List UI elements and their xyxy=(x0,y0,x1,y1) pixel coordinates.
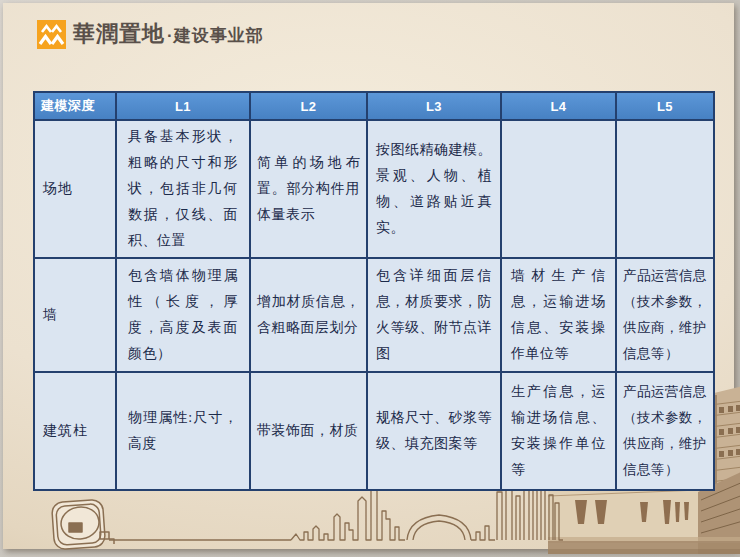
table-cell xyxy=(616,120,714,258)
table-cell: 带装饰面，材质 xyxy=(250,372,367,490)
table-cell: 按图纸精确建模。景观、人物、植物、道路贴近真实。 xyxy=(367,120,501,258)
tape-measure-icon xyxy=(51,499,114,549)
table-cell: 简单的场地布置。部分构件用体量表示 xyxy=(250,120,367,258)
modeling-depth-table: 建模深度 L1 L2 L3 L4 L5 场地 具备基本形状，粗略的尺寸和形状，包… xyxy=(33,91,715,491)
brand-header: 華潤置地·建设事业部 xyxy=(37,18,264,50)
column-header-l1: L1 xyxy=(116,92,250,120)
row-header-wall: 墙 xyxy=(34,258,116,372)
table-header-row: 建模深度 L1 L2 L3 L4 L5 xyxy=(34,92,714,120)
table-cell xyxy=(501,120,616,258)
column-header-l3: L3 xyxy=(367,92,501,120)
column-header-l4: L4 xyxy=(501,92,616,120)
division-name: ·建设事业部 xyxy=(167,24,264,47)
brand-title: 華潤置地·建设事业部 xyxy=(73,19,264,49)
table-row: 墙 包含墙体物理属性（长度，厚度，高度及表面颜色） 增加材质信息，含粗略面层划分… xyxy=(34,258,714,372)
row-header-column: 建筑柱 xyxy=(34,372,116,490)
column-header-l2: L2 xyxy=(250,92,367,120)
column-header-depth: 建模深度 xyxy=(34,92,116,120)
row-header-site: 场地 xyxy=(34,120,116,258)
table-cell: 包含详细面层信息，材质要求，防火等级、附节点详图 xyxy=(367,258,501,372)
table-cell: 物理属性:尺寸，高度 xyxy=(116,372,250,490)
table-cell: 规格尺寸、砂浆等级、填充图案等 xyxy=(367,372,501,490)
table-row: 场地 具备基本形状，粗略的尺寸和形状，包括非几何数据，仅线、面积、位置 简单的场… xyxy=(34,120,714,258)
table-cell: 墙材生产信息，运输进场信息、安装操作单位等 xyxy=(501,258,616,372)
table-cell: 产品运营信息（技术参数，供应商，维护信息等） xyxy=(616,372,714,490)
cr-mountains-icon xyxy=(37,20,66,49)
table-cell: 生产信息，运输进场信息、安装操作单位等 xyxy=(501,372,616,490)
table-cell: 具备基本形状，粗略的尺寸和形状，包括非几何数据，仅线、面积、位置 xyxy=(116,120,250,258)
table-cell: 增加材质信息，含粗略面层划分 xyxy=(250,258,367,372)
column-header-l5: L5 xyxy=(616,92,714,120)
table-row: 建筑柱 物理属性:尺寸，高度 带装饰面，材质 规格尺寸、砂浆等级、填充图案等 生… xyxy=(34,372,714,490)
slide: 華潤置地·建设事业部 xyxy=(3,3,734,549)
brand-name: 華潤置地 xyxy=(73,19,165,49)
table-cell: 包含墙体物理属性（长度，厚度，高度及表面颜色） xyxy=(116,258,250,372)
table-cell: 产品运营信息（技术参数，供应商，维护信息等） xyxy=(616,258,714,372)
